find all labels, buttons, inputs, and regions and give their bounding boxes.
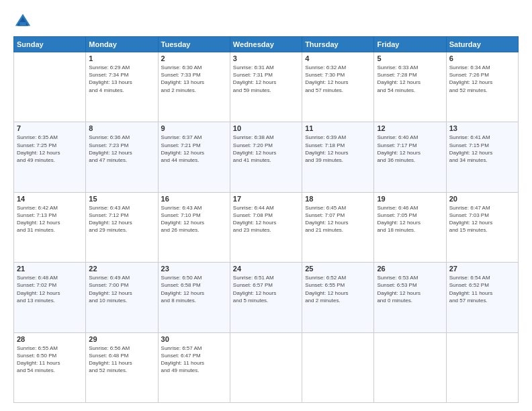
calendar-cell: 21Sunrise: 6:48 AM Sunset: 7:02 PM Dayli… [14, 263, 86, 332]
day-info: Sunrise: 6:35 AM Sunset: 7:25 PM Dayligh… [17, 134, 83, 164]
calendar-cell [230, 332, 302, 402]
day-number: 20 [449, 195, 515, 203]
weekday-header-thursday: Thursday [302, 37, 374, 52]
day-number: 14 [17, 195, 83, 203]
calendar-cell: 7Sunrise: 6:35 AM Sunset: 7:25 PM Daylig… [14, 122, 86, 192]
calendar-cell [446, 332, 518, 402]
day-info: Sunrise: 6:56 AM Sunset: 6:48 PM Dayligh… [89, 345, 154, 375]
day-number: 26 [377, 265, 443, 273]
calendar-cell: 16Sunrise: 6:43 AM Sunset: 7:10 PM Dayli… [158, 192, 230, 262]
weekday-header-tuesday: Tuesday [158, 37, 230, 52]
day-info: Sunrise: 6:34 AM Sunset: 7:26 PM Dayligh… [449, 64, 515, 94]
calendar-cell: 28Sunrise: 6:55 AM Sunset: 6:50 PM Dayli… [14, 332, 86, 402]
logo [13, 12, 35, 31]
calendar-cell: 3Sunrise: 6:31 AM Sunset: 7:31 PM Daylig… [230, 52, 302, 122]
calendar-cell [302, 332, 374, 402]
day-info: Sunrise: 6:46 AM Sunset: 7:05 PM Dayligh… [377, 204, 443, 234]
day-info: Sunrise: 6:55 AM Sunset: 6:50 PM Dayligh… [17, 345, 83, 375]
calendar-cell: 29Sunrise: 6:56 AM Sunset: 6:48 PM Dayli… [86, 332, 158, 402]
calendar-cell: 24Sunrise: 6:51 AM Sunset: 6:57 PM Dayli… [230, 263, 302, 332]
calendar-cell: 4Sunrise: 6:32 AM Sunset: 7:30 PM Daylig… [302, 52, 374, 122]
calendar-cell: 19Sunrise: 6:46 AM Sunset: 7:05 PM Dayli… [374, 192, 446, 262]
calendar-cell: 8Sunrise: 6:36 AM Sunset: 7:23 PM Daylig… [86, 122, 158, 192]
logo-icon [13, 12, 32, 31]
day-number: 22 [89, 265, 154, 273]
day-info: Sunrise: 6:29 AM Sunset: 7:34 PM Dayligh… [89, 64, 154, 94]
day-info: Sunrise: 6:32 AM Sunset: 7:30 PM Dayligh… [305, 64, 371, 94]
day-info: Sunrise: 6:52 AM Sunset: 6:55 PM Dayligh… [305, 274, 371, 304]
weekday-header-row: SundayMondayTuesdayWednesdayThursdayFrid… [14, 37, 519, 52]
calendar-cell: 2Sunrise: 6:30 AM Sunset: 7:33 PM Daylig… [158, 52, 230, 122]
calendar-cell: 17Sunrise: 6:44 AM Sunset: 7:08 PM Dayli… [230, 192, 302, 262]
calendar-cell [374, 332, 446, 402]
day-info: Sunrise: 6:49 AM Sunset: 7:00 PM Dayligh… [89, 274, 154, 304]
week-row-5: 28Sunrise: 6:55 AM Sunset: 6:50 PM Dayli… [14, 332, 519, 402]
svg-rect-2 [19, 22, 26, 26]
day-info: Sunrise: 6:30 AM Sunset: 7:33 PM Dayligh… [161, 64, 227, 94]
calendar-cell: 23Sunrise: 6:50 AM Sunset: 6:58 PM Dayli… [158, 263, 230, 332]
day-info: Sunrise: 6:43 AM Sunset: 7:10 PM Dayligh… [161, 204, 227, 234]
day-info: Sunrise: 6:43 AM Sunset: 7:12 PM Dayligh… [89, 204, 154, 234]
week-row-4: 21Sunrise: 6:48 AM Sunset: 7:02 PM Dayli… [14, 263, 519, 332]
calendar-cell: 30Sunrise: 6:57 AM Sunset: 6:47 PM Dayli… [158, 332, 230, 402]
day-number: 15 [89, 195, 154, 203]
weekday-header-friday: Friday [374, 37, 446, 52]
calendar-cell: 26Sunrise: 6:53 AM Sunset: 6:53 PM Dayli… [374, 263, 446, 332]
day-number: 29 [89, 335, 154, 343]
day-info: Sunrise: 6:44 AM Sunset: 7:08 PM Dayligh… [233, 204, 299, 234]
day-info: Sunrise: 6:39 AM Sunset: 7:18 PM Dayligh… [305, 134, 371, 164]
weekday-header-wednesday: Wednesday [230, 37, 302, 52]
day-number: 5 [377, 54, 443, 62]
day-info: Sunrise: 6:53 AM Sunset: 6:53 PM Dayligh… [377, 274, 443, 304]
day-number: 28 [17, 335, 83, 343]
calendar-cell: 1Sunrise: 6:29 AM Sunset: 7:34 PM Daylig… [86, 52, 158, 122]
day-number: 30 [161, 335, 227, 343]
calendar-cell: 18Sunrise: 6:45 AM Sunset: 7:07 PM Dayli… [302, 192, 374, 262]
calendar-cell: 5Sunrise: 6:33 AM Sunset: 7:28 PM Daylig… [374, 52, 446, 122]
day-number: 2 [161, 54, 227, 62]
calendar-cell: 6Sunrise: 6:34 AM Sunset: 7:26 PM Daylig… [446, 52, 518, 122]
day-number: 23 [161, 265, 227, 273]
day-number: 25 [305, 265, 371, 273]
calendar-cell: 11Sunrise: 6:39 AM Sunset: 7:18 PM Dayli… [302, 122, 374, 192]
calendar-cell: 20Sunrise: 6:47 AM Sunset: 7:03 PM Dayli… [446, 192, 518, 262]
day-number: 6 [449, 54, 515, 62]
day-info: Sunrise: 6:42 AM Sunset: 7:13 PM Dayligh… [17, 204, 83, 234]
calendar-cell: 25Sunrise: 6:52 AM Sunset: 6:55 PM Dayli… [302, 263, 374, 332]
weekday-header-sunday: Sunday [14, 37, 86, 52]
calendar-cell: 15Sunrise: 6:43 AM Sunset: 7:12 PM Dayli… [86, 192, 158, 262]
weekday-header-saturday: Saturday [446, 37, 518, 52]
day-info: Sunrise: 6:40 AM Sunset: 7:17 PM Dayligh… [377, 134, 443, 164]
page: SundayMondayTuesdayWednesdayThursdayFrid… [0, 0, 532, 411]
day-number: 16 [161, 195, 227, 203]
calendar-table: SundayMondayTuesdayWednesdayThursdayFrid… [13, 36, 519, 403]
calendar-cell [14, 52, 86, 122]
day-info: Sunrise: 6:45 AM Sunset: 7:07 PM Dayligh… [305, 204, 371, 234]
header [13, 12, 519, 31]
day-number: 17 [233, 195, 299, 203]
day-number: 4 [305, 54, 371, 62]
day-info: Sunrise: 6:51 AM Sunset: 6:57 PM Dayligh… [233, 274, 299, 304]
day-info: Sunrise: 6:54 AM Sunset: 6:52 PM Dayligh… [449, 274, 515, 304]
day-info: Sunrise: 6:33 AM Sunset: 7:28 PM Dayligh… [377, 64, 443, 94]
calendar-cell: 14Sunrise: 6:42 AM Sunset: 7:13 PM Dayli… [14, 192, 86, 262]
day-number: 18 [305, 195, 371, 203]
day-info: Sunrise: 6:41 AM Sunset: 7:15 PM Dayligh… [449, 134, 515, 164]
calendar-cell: 27Sunrise: 6:54 AM Sunset: 6:52 PM Dayli… [446, 263, 518, 332]
day-number: 24 [233, 265, 299, 273]
calendar-cell: 22Sunrise: 6:49 AM Sunset: 7:00 PM Dayli… [86, 263, 158, 332]
day-number: 12 [377, 124, 443, 132]
week-row-2: 7Sunrise: 6:35 AM Sunset: 7:25 PM Daylig… [14, 122, 519, 192]
day-info: Sunrise: 6:57 AM Sunset: 6:47 PM Dayligh… [161, 345, 227, 375]
day-info: Sunrise: 6:38 AM Sunset: 7:20 PM Dayligh… [233, 134, 299, 164]
day-number: 19 [377, 195, 443, 203]
calendar-cell: 9Sunrise: 6:37 AM Sunset: 7:21 PM Daylig… [158, 122, 230, 192]
day-number: 27 [449, 265, 515, 273]
day-info: Sunrise: 6:48 AM Sunset: 7:02 PM Dayligh… [17, 274, 83, 304]
day-number: 13 [449, 124, 515, 132]
weekday-header-monday: Monday [86, 37, 158, 52]
day-info: Sunrise: 6:50 AM Sunset: 6:58 PM Dayligh… [161, 274, 227, 304]
day-info: Sunrise: 6:31 AM Sunset: 7:31 PM Dayligh… [233, 64, 299, 94]
day-info: Sunrise: 6:36 AM Sunset: 7:23 PM Dayligh… [89, 134, 154, 164]
day-number: 8 [89, 124, 154, 132]
